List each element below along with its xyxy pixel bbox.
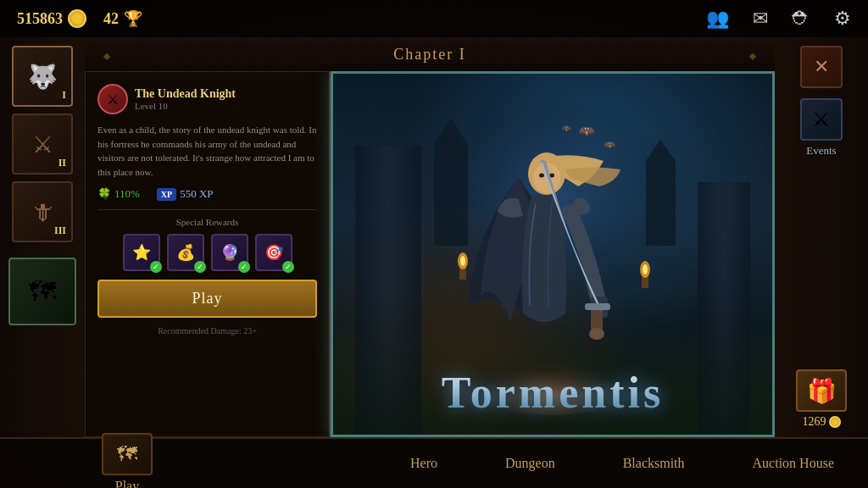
events-button[interactable]: ⚔ Events xyxy=(800,98,843,158)
svg-rect-11 xyxy=(585,303,610,310)
reward-1-icon: ⭐ xyxy=(132,243,151,262)
sidebar-slot-2[interactable]: ⚔ II xyxy=(12,114,73,175)
svg-text:🦇: 🦇 xyxy=(561,123,572,134)
sidebar-map[interactable]: 🗺 xyxy=(8,258,76,325)
nav-item-dungeon[interactable]: Dungeon xyxy=(505,456,555,471)
artwork-panel: 🦇 🦇 🦇 Tormentis xyxy=(331,71,775,437)
slot-2-roman: II xyxy=(58,157,66,169)
close-button[interactable]: ✕ xyxy=(800,46,843,88)
svg-rect-1 xyxy=(434,144,468,246)
quest-description: Even as a child, the story of the undead… xyxy=(97,123,317,179)
slot-1-icon: 🐺 xyxy=(28,63,58,91)
luck-value: 110% xyxy=(114,187,140,201)
svg-text:🦇: 🦇 xyxy=(604,138,616,151)
left-sidebar: 🐺 I ⚔ II 🗡 III 🗺 xyxy=(0,37,85,437)
quest-icon: ⚔ xyxy=(107,92,119,108)
reward-item-3: 🔮 ✓ xyxy=(211,234,248,271)
svg-text:🦇: 🦇 xyxy=(578,123,595,139)
xp-stat: XP 550 XP xyxy=(157,187,214,201)
reward-item-4: 🎯 ✓ xyxy=(255,234,292,271)
quest-level: Level 10 xyxy=(135,101,236,111)
svg-point-8 xyxy=(539,174,544,178)
nav-item-hero[interactable]: Hero xyxy=(410,456,437,471)
slot-3-roman: III xyxy=(54,225,66,237)
top-bar-left: 515863 42 🏆 xyxy=(17,9,142,28)
reward-2-check: ✓ xyxy=(194,261,206,273)
coin-display: 515863 xyxy=(17,9,86,28)
svg-point-19 xyxy=(460,256,465,266)
reward-1-check: ✓ xyxy=(150,261,162,273)
xp-badge: XP xyxy=(157,188,176,201)
settings-icon[interactable]: ⚙ xyxy=(834,8,851,30)
reward-4-check: ✓ xyxy=(282,261,294,273)
right-sidebar: ✕ ⚔ Events 🎁 1269 xyxy=(775,37,868,437)
svg-point-13 xyxy=(589,328,604,340)
map-icon: 🗺 xyxy=(10,259,75,324)
reward-2-icon: 💰 xyxy=(176,243,195,262)
slot-3-icon: 🗡 xyxy=(31,198,54,226)
reward-item-1: ⭐ ✓ xyxy=(123,234,160,271)
xp-value: 550 XP xyxy=(180,187,213,201)
reward-3-check: ✓ xyxy=(238,261,250,273)
quest-header: ⚔ The Undead Knight Level 10 xyxy=(97,84,317,114)
top-bar-right: 👥 ✉ ⛑ ⚙ xyxy=(706,8,851,30)
recommended-text: Recommended Damage: 23+ xyxy=(97,326,317,336)
slot-2-icon: ⚔ xyxy=(32,130,53,158)
helmet-icon[interactable]: ⛑ xyxy=(792,8,810,30)
play-button[interactable]: Play xyxy=(97,280,317,318)
quest-title-area: The Undead Knight Level 10 xyxy=(135,87,236,111)
svg-point-22 xyxy=(643,264,648,274)
sidebar-slot-3[interactable]: 🗡 III xyxy=(12,181,73,242)
sidebar-slot-1[interactable]: 🐺 I xyxy=(12,46,73,107)
rewards-section: Special Rewards ⭐ ✓ 💰 ✓ 🔮 ✓ xyxy=(97,209,317,271)
rewards-row: ⭐ ✓ 💰 ✓ 🔮 ✓ 🎯 ✓ xyxy=(97,234,317,271)
reward-item-2: 💰 ✓ xyxy=(167,234,204,271)
trophy-icon: 🏆 xyxy=(124,9,142,28)
chest-coins-display: 1269 xyxy=(803,415,841,429)
knight-svg: 🦇 🦇 🦇 xyxy=(409,93,697,415)
main-content: ⬥ Chapter I ⬥ ⚔ The Undead Knight Level … xyxy=(85,37,775,437)
chest-coin-icon xyxy=(829,416,841,428)
rewards-label: Special Rewards xyxy=(97,217,317,227)
nav-play-label: Play xyxy=(115,479,139,488)
quest-panel: ⚔ The Undead Knight Level 10 Even as a c… xyxy=(85,71,331,437)
luck-icon: 🍀 xyxy=(97,187,111,201)
nav-item-blacksmith[interactable]: Blacksmith xyxy=(623,456,685,471)
reward-4-icon: 🎯 xyxy=(264,243,283,262)
quest-icon-badge: ⚔ xyxy=(97,84,128,114)
ornament-left: ⬥ xyxy=(102,45,112,64)
quest-name: The Undead Knight xyxy=(135,87,236,101)
ornament-right: ⬥ xyxy=(748,45,758,64)
luck-stat: 🍀 110% xyxy=(97,187,140,201)
close-icon: ✕ xyxy=(814,56,829,78)
coin-icon xyxy=(68,9,86,28)
friends-icon[interactable]: 👥 xyxy=(706,8,729,30)
chapter-header: ⬥ Chapter I ⬥ xyxy=(85,37,775,71)
slot-1-roman: I xyxy=(62,89,66,102)
chest-coins-value: 1269 xyxy=(803,415,826,429)
top-bar: 515863 42 🏆 👥 ✉ ⛑ ⚙ xyxy=(0,0,868,37)
svg-marker-3 xyxy=(434,119,468,144)
quest-stats: 🍀 110% XP 550 XP xyxy=(97,187,317,201)
chest-area[interactable]: 🎁 1269 xyxy=(796,369,847,429)
game-title: Tormentis xyxy=(333,368,772,418)
nav-item-play[interactable]: 🗺 Play xyxy=(102,433,153,488)
trophy-display: 42 🏆 xyxy=(103,9,142,28)
chapter-title: Chapter I xyxy=(393,46,465,64)
mail-icon[interactable]: ✉ xyxy=(753,8,768,30)
reward-3-icon: 🔮 xyxy=(220,243,239,262)
trophy-value: 42 xyxy=(103,10,119,28)
events-label: Events xyxy=(806,144,836,158)
nav-item-auction[interactable]: Auction House xyxy=(753,456,834,471)
events-icon: ⚔ xyxy=(800,98,843,141)
chest-icon: 🎁 xyxy=(796,369,847,412)
coin-value: 515863 xyxy=(17,10,63,28)
svg-rect-2 xyxy=(646,161,676,246)
content-row: ⚔ The Undead Knight Level 10 Even as a c… xyxy=(85,71,775,437)
bottom-nav: 🗺 Play Hero Dungeon Blacksmith Auction H… xyxy=(0,437,868,488)
